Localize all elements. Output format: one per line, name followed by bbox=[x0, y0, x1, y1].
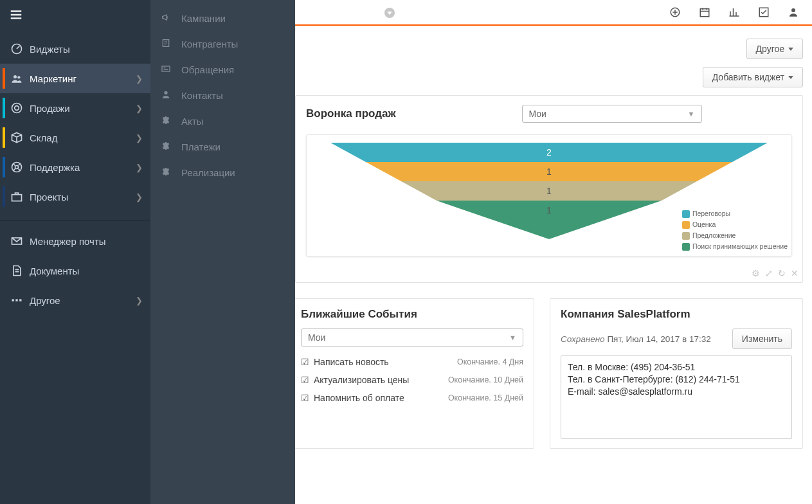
submenu-icon bbox=[161, 141, 176, 153]
add-icon[interactable] bbox=[669, 6, 681, 18]
events-panel: Ближайшие События Мои▼ ☑Написать новость… bbox=[290, 298, 534, 449]
svg-point-8 bbox=[15, 106, 19, 111]
calendar-icon[interactable] bbox=[699, 6, 710, 18]
chevron-right-icon: ❯ bbox=[136, 104, 143, 113]
sidebar-item-1[interactable]: Документы bbox=[0, 256, 150, 285]
svg-rect-14 bbox=[15, 299, 17, 301]
events-filter-select[interactable]: Мои▼ bbox=[301, 328, 523, 346]
event-check-icon: ☑ bbox=[301, 393, 314, 403]
submenu-item-4[interactable]: Акты bbox=[150, 108, 295, 134]
event-title: Актуализировать цены bbox=[314, 375, 448, 385]
widget-close-icon[interactable]: ✕ bbox=[791, 268, 798, 278]
submenu-icon bbox=[161, 166, 176, 179]
nav-icon bbox=[8, 72, 26, 85]
company-panel: Компания SalesPlatform Сохранено Пят, Ию… bbox=[550, 298, 803, 449]
sidebar-item-2[interactable]: Продажи❯ bbox=[0, 93, 150, 123]
nav-icon bbox=[8, 264, 26, 277]
svg-rect-15 bbox=[19, 299, 21, 301]
company-line: E-mail: sales@salesplatform.ru bbox=[568, 386, 785, 398]
svg-rect-13 bbox=[12, 299, 14, 301]
funnel-widget: Воронка продаж Мои▼ 2 1 1 1 Переговоры О… bbox=[295, 95, 803, 283]
submenu-item-0[interactable]: Кампании bbox=[150, 5, 295, 31]
submenu-item-1[interactable]: Контрагенты bbox=[150, 31, 295, 57]
nav-icon bbox=[8, 294, 26, 307]
funnel-value-0: 2 bbox=[546, 147, 552, 158]
company-textbox[interactable]: Тел. в Москве: (495) 204-36-51Тел. в Сан… bbox=[561, 356, 792, 439]
nav-icon bbox=[8, 190, 26, 203]
sidebar-item-2[interactable]: Другое❯ bbox=[0, 285, 150, 315]
company-edit-button[interactable]: Изменить bbox=[732, 328, 792, 349]
sidebar-item-label: Другое bbox=[30, 295, 136, 306]
submenu-item-3[interactable]: Контакты bbox=[150, 82, 295, 108]
event-title: Написать новость bbox=[314, 357, 457, 367]
task-check-icon[interactable] bbox=[758, 6, 770, 18]
submenu-item-label: Реализации bbox=[181, 167, 235, 178]
widget-settings-icon[interactable]: ⚙ bbox=[752, 268, 760, 278]
nav-icon bbox=[8, 102, 26, 114]
widget-refresh-icon[interactable]: ↻ bbox=[778, 268, 786, 278]
submenu-item-label: Обращения bbox=[181, 64, 234, 75]
widget-expand-icon[interactable]: ⤢ bbox=[765, 268, 773, 278]
chart-icon[interactable] bbox=[728, 6, 740, 18]
sidebar-item-label: Проекты bbox=[30, 192, 136, 203]
submenu-icon bbox=[161, 89, 176, 102]
svg-rect-11 bbox=[12, 195, 22, 201]
submenu-item-5[interactable]: Платежи bbox=[150, 134, 295, 159]
submenu-item-label: Платежи bbox=[181, 141, 221, 152]
nav-icon bbox=[8, 42, 26, 55]
sidebar-item-1[interactable]: Маркетинг❯ bbox=[0, 64, 150, 93]
submenu-icon bbox=[161, 115, 176, 127]
company-line: Тел. в Москве: (495) 204-36-51 bbox=[568, 361, 785, 374]
funnel-title: Воронка продаж bbox=[306, 107, 396, 120]
submenu-item-label: Контрагенты bbox=[181, 39, 238, 50]
event-row[interactable]: ☑Напомнить об оплатеОкончание. 15 Дней bbox=[301, 389, 523, 407]
sidebar-item-label: Документы bbox=[30, 266, 143, 276]
svg-rect-1 bbox=[700, 9, 709, 17]
event-check-icon: ☑ bbox=[301, 375, 314, 385]
chevron-right-icon: ❯ bbox=[136, 192, 143, 202]
submenu-item-label: Кампании bbox=[181, 13, 226, 24]
company-saved: Сохранено Пят, Июл 14, 2017 в 17:32 bbox=[561, 334, 711, 344]
submenu-item-label: Акты bbox=[181, 116, 203, 127]
hamburger-icon[interactable] bbox=[0, 0, 150, 32]
chevron-right-icon: ❯ bbox=[136, 74, 143, 84]
nav-icon bbox=[8, 235, 26, 248]
nav-icon bbox=[8, 161, 26, 174]
svg-point-18 bbox=[164, 91, 167, 94]
submenu-icon bbox=[161, 12, 176, 24]
other-button[interactable]: Другое bbox=[746, 39, 803, 59]
chevron-right-icon: ❯ bbox=[136, 296, 143, 305]
sidebar-item-3[interactable]: Склад❯ bbox=[0, 123, 150, 152]
funnel-value-3: 1 bbox=[546, 205, 552, 215]
sidebar-item-label: Менеджер почты bbox=[30, 236, 143, 247]
event-row[interactable]: ☑Написать новостьОкончание. 4 Дня bbox=[301, 353, 523, 371]
chevron-right-icon: ❯ bbox=[136, 133, 143, 143]
dropdown-toggle-icon[interactable] bbox=[384, 8, 395, 18]
add-widget-button[interactable]: Добавить виджет bbox=[703, 67, 803, 87]
submenu-marketing: КампанииКонтрагентыОбращенияКонтактыАкты… bbox=[150, 0, 295, 504]
svg-point-3 bbox=[791, 8, 795, 12]
sidebar-item-0[interactable]: Менеджер почты bbox=[0, 226, 150, 256]
chevron-right-icon: ❯ bbox=[136, 163, 143, 172]
funnel-value-1: 1 bbox=[546, 166, 552, 177]
funnel-filter-select[interactable]: Мои▼ bbox=[522, 105, 702, 123]
chart-legend: Переговоры Оценка Предложение Поиск прин… bbox=[682, 208, 788, 252]
submenu-icon bbox=[161, 64, 176, 76]
company-title: Компания SalesPlatform bbox=[561, 308, 792, 321]
sidebar-item-5[interactable]: Проекты❯ bbox=[0, 182, 150, 212]
sidebar-item-0[interactable]: Виджеты bbox=[0, 34, 150, 64]
funnel-chart: 2 1 1 1 Переговоры Оценка Предложение По… bbox=[306, 134, 792, 256]
sidebar-item-4[interactable]: Поддержка❯ bbox=[0, 152, 150, 182]
event-end: Окончание. 15 Дней bbox=[448, 393, 523, 402]
user-icon[interactable] bbox=[788, 6, 799, 18]
submenu-item-6[interactable]: Реализации bbox=[150, 159, 295, 185]
svg-point-5 bbox=[14, 75, 17, 78]
svg-rect-16 bbox=[163, 39, 168, 46]
sidebar-item-label: Продажи bbox=[30, 103, 136, 114]
submenu-icon bbox=[161, 38, 176, 50]
sidebar-item-label: Виджеты bbox=[30, 44, 143, 55]
event-row[interactable]: ☑Актуализировать ценыОкончание. 10 Дней bbox=[301, 371, 523, 389]
submenu-item-2[interactable]: Обращения bbox=[150, 57, 295, 82]
sidebar-item-label: Поддержка bbox=[30, 162, 136, 173]
funnel-value-2: 1 bbox=[546, 186, 552, 196]
